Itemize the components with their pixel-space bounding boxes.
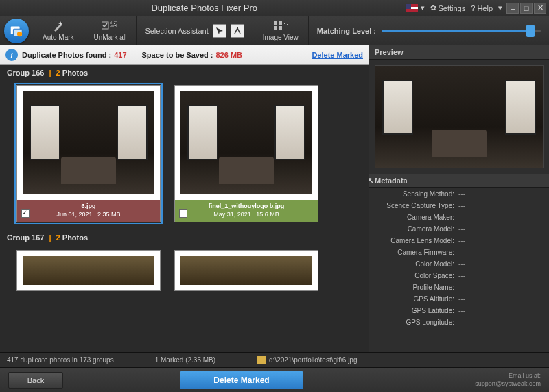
photo-checkbox[interactable]: [21, 209, 30, 218]
help-dropdown-icon[interactable]: ▾: [498, 3, 502, 12]
metadata-list[interactable]: Sensing Method:---Scence Capture Type:--…: [369, 188, 549, 352]
svg-rect-7: [279, 21, 282, 25]
svg-rect-8: [274, 26, 277, 30]
group-count-suffix: Photos: [60, 69, 88, 77]
photo-row: 6.jpg Jun 01, 2021 2.35 MB finel_1_witho…: [0, 81, 369, 229]
settings-gear-icon[interactable]: ✿: [430, 3, 436, 12]
metadata-key: Camera Model:: [376, 225, 458, 233]
selection-tool-2-button[interactable]: [231, 24, 244, 38]
metadata-value: ---: [458, 225, 465, 233]
email-address[interactable]: support@systweak.com: [475, 380, 541, 389]
photo-card[interactable]: [174, 250, 318, 291]
photo-meta: Jun 01, 2021 2.35 MB: [56, 211, 120, 218]
preview-header: Preview: [369, 45, 549, 60]
metadata-key: GPS Altitude:: [376, 295, 458, 303]
unmarkall-button[interactable]: UnMark all: [84, 16, 137, 45]
photo-thumbnail[interactable]: [180, 91, 312, 194]
help-link[interactable]: ? Help: [471, 4, 493, 12]
metadata-value: ---: [458, 272, 465, 279]
toolbar: Auto Mark UnMark all Selection Assistant…: [0, 16, 549, 45]
selection-tool-1-button[interactable]: [213, 24, 226, 38]
photo-card[interactable]: 6.jpg Jun 01, 2021 2.35 MB: [16, 85, 161, 222]
matching-level-group: Matching Level :: [309, 27, 549, 35]
status-bar: 417 duplicate photos in 173 groups 1 Mar…: [0, 352, 549, 367]
side-panel: Preview ↖ Metadata Sensing Method:---Sce…: [369, 45, 549, 352]
metadata-key: Color Space:: [376, 272, 458, 279]
metadata-value: ---: [458, 295, 465, 303]
groups-scroll[interactable]: Group 166 | 2 Photos 6.jpg Jun 01, 2021 …: [0, 65, 369, 352]
delete-marked-button[interactable]: Delete Marked: [180, 371, 303, 389]
bottom-bar: Back Delete Marked Email us at: support@…: [0, 367, 549, 392]
minimize-button[interactable]: –: [506, 3, 519, 14]
close-button[interactable]: ✕: [534, 3, 546, 14]
selection-assistant-label: Selection Assistant: [145, 27, 208, 35]
photo-thumbnail[interactable]: [23, 91, 154, 194]
main-area: i Duplicate Photos found : 417 Space to …: [0, 45, 549, 352]
metadata-value: ---: [458, 307, 465, 314]
metadata-row: Sensing Method:---: [372, 188, 546, 200]
photo-card[interactable]: [16, 250, 161, 291]
metadata-key: GPS Longitude:: [376, 319, 458, 326]
info-bar: i Duplicate Photos found : 417 Space to …: [0, 45, 369, 65]
unmarkall-label: UnMark all: [94, 34, 127, 41]
email-label: Email us at:: [475, 372, 541, 380]
cursor-icon: ↖: [368, 176, 374, 185]
svg-rect-9: [279, 26, 282, 30]
metadata-key: Color Model:: [376, 260, 458, 268]
matching-level-slider[interactable]: [382, 30, 541, 32]
metadata-row: GPS Altitude:---: [372, 293, 546, 305]
photo-checkbox[interactable]: [179, 209, 187, 218]
delete-marked-link[interactable]: Delete Marked: [312, 51, 363, 59]
metadata-row: Profile Name:---: [372, 281, 546, 293]
automark-label: Auto Mark: [43, 34, 74, 41]
image-view-button[interactable]: Image View: [253, 16, 309, 45]
app-title: Duplicate Photos Fixer Pro: [3, 3, 406, 13]
slider-thumb[interactable]: [526, 25, 535, 37]
photo-footer: finel_1_withouylogo b.jpg May 31, 2021 1…: [175, 200, 318, 222]
svg-rect-6: [274, 21, 277, 25]
info-icon: i: [5, 49, 18, 61]
back-button[interactable]: Back: [8, 372, 63, 389]
metadata-value: ---: [458, 190, 465, 198]
title-bar: Duplicate Photos Fixer Pro ▾ ✿ Settings …: [0, 0, 549, 16]
metadata-value: ---: [458, 202, 465, 209]
maximize-button[interactable]: □: [520, 3, 533, 14]
group-count-suffix: Photos: [60, 233, 88, 242]
metadata-value: ---: [458, 284, 465, 291]
matching-level-label: Matching Level :: [317, 27, 376, 35]
found-value: 417: [114, 51, 126, 59]
metadata-key: Sensing Method:: [376, 190, 458, 198]
status-marked: 1 Marked (2.35 MB): [155, 356, 215, 364]
folder-icon: [257, 356, 266, 364]
flag-dropdown-icon[interactable]: ▾: [421, 3, 425, 12]
metadata-value: ---: [458, 249, 465, 256]
metadata-row: Scence Capture Type:---: [372, 200, 546, 211]
group-header: Group 167 | 2 Photos: [0, 229, 369, 246]
svg-point-2: [17, 31, 22, 36]
slider-fill: [382, 30, 528, 32]
space-value: 826 MB: [215, 51, 242, 59]
photo-thumbnail[interactable]: [23, 256, 154, 285]
metadata-row: Camera Firmware:---: [372, 246, 546, 258]
metadata-row: Color Space:---: [372, 270, 546, 281]
status-summary: 417 duplicate photos in 173 groups: [7, 356, 114, 364]
photo-meta: May 31, 2021 15.6 MB: [213, 211, 279, 218]
metadata-value: ---: [458, 237, 465, 244]
image-view-label: Image View: [263, 34, 299, 41]
metadata-row: Camera Model:---: [372, 223, 546, 235]
grid-icon: [274, 20, 288, 32]
metadata-row: Camera Lens Model:---: [372, 235, 546, 246]
group-sep: |: [49, 233, 51, 242]
logo-icon: [4, 19, 29, 43]
settings-link[interactable]: Settings: [438, 4, 465, 12]
group-header: Group 166 | 2 Photos: [0, 65, 369, 81]
photo-filename: 6.jpg: [81, 203, 95, 209]
metadata-header: ↖ Metadata: [369, 174, 549, 188]
group-label: Group 166: [7, 69, 44, 77]
automark-button[interactable]: Auto Mark: [33, 16, 84, 45]
status-path: d:\2021\portfolio\test\gif\6.jpg: [269, 356, 357, 364]
photo-thumbnail[interactable]: [180, 256, 312, 285]
photo-card[interactable]: finel_1_withouylogo b.jpg May 31, 2021 1…: [174, 85, 318, 222]
space-label: Space to be Saved :: [142, 51, 213, 59]
flag-icon[interactable]: [406, 4, 418, 12]
